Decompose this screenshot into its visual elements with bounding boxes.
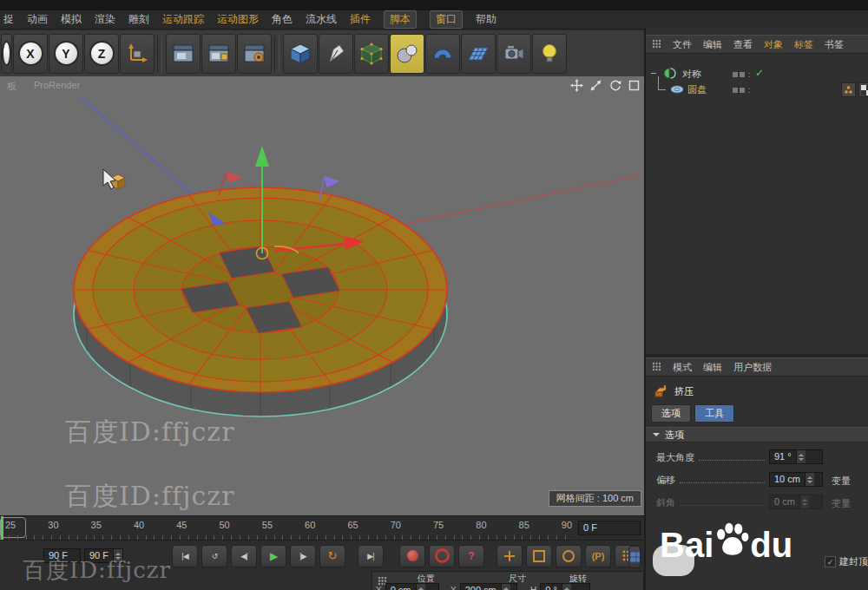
deformer-button[interactable] xyxy=(425,34,460,74)
camera-icon xyxy=(502,42,526,65)
pen-spline-button[interactable] xyxy=(319,34,353,74)
record-scale-button[interactable] xyxy=(526,545,552,567)
tree-expander[interactable] xyxy=(651,73,656,74)
current-frame-value[interactable]: 0 F xyxy=(579,521,602,534)
am-grid-icon[interactable] xyxy=(652,362,661,373)
step-backward-button[interactable]: ◀| xyxy=(231,545,257,567)
toolbar-separator xyxy=(157,36,162,72)
menu-item-animation[interactable]: 动画 xyxy=(27,12,48,27)
viewport-menu-panel[interactable]: 板 xyxy=(7,80,16,93)
play-forward-button[interactable]: ▶ xyxy=(260,545,286,567)
menu-item-simulate[interactable]: 模拟 xyxy=(61,12,82,27)
autokeying-button[interactable] xyxy=(429,545,455,567)
render-view-button[interactable] xyxy=(166,34,201,74)
offset-field[interactable]: 10 cm xyxy=(769,472,823,487)
edit-render-settings-button[interactable] xyxy=(237,34,272,74)
tab-tool[interactable]: 工具 xyxy=(694,404,734,423)
goto-start-button[interactable]: |◀ xyxy=(172,545,198,567)
am-menu-mode[interactable]: 模式 xyxy=(673,361,692,374)
om-menu-view[interactable]: 查看 xyxy=(733,38,753,51)
lock-y-axis-button[interactable]: Y xyxy=(49,34,83,74)
object-name[interactable]: 圆盘 xyxy=(687,83,707,96)
create-caps-row[interactable]: ✓ 建封顶 xyxy=(825,555,868,568)
enabled-check-icon[interactable]: ✓ xyxy=(755,67,764,79)
menu-item-character[interactable]: 角色 xyxy=(272,12,293,27)
rotate-icon[interactable] xyxy=(608,79,621,92)
light-button[interactable] xyxy=(532,34,567,74)
menu-item-window[interactable]: 窗口 xyxy=(430,10,463,29)
object-row-disc[interactable]: 圆盘 : xyxy=(646,82,868,97)
main-toolbar: X Y Z xyxy=(0,30,644,76)
options-section-header[interactable]: 选项 xyxy=(646,427,868,442)
maximize-icon[interactable] xyxy=(628,79,641,92)
loop-button[interactable]: ↻ xyxy=(319,545,345,567)
edit-mesh-cube-button[interactable] xyxy=(354,34,389,74)
current-frame-field[interactable]: 0 F xyxy=(578,519,641,535)
om-menu-edit[interactable]: 编辑 xyxy=(703,38,722,51)
menu-item-render[interactable]: 渲染 xyxy=(95,12,115,27)
step-forward-button[interactable]: |▶ xyxy=(290,545,316,567)
create-caps-label: 建封顶 xyxy=(839,555,868,568)
array-grid-button[interactable] xyxy=(461,34,496,74)
viewport-menu-prorender[interactable]: ProRender xyxy=(34,80,80,93)
polygon-selection-tag-icon[interactable] xyxy=(841,82,856,97)
rotation-h-field[interactable]: H 0 ° xyxy=(530,583,590,590)
pan-icon[interactable] xyxy=(570,79,583,92)
menu-item-script[interactable]: 脚本 xyxy=(384,10,417,29)
object-row-symmetry[interactable]: 对称 : ✓ xyxy=(646,66,868,82)
disc-object-icon xyxy=(670,82,684,97)
texture-tag-icon[interactable] xyxy=(858,82,868,97)
modeling-tool-active-button[interactable] xyxy=(390,34,424,74)
keyframe-selection-button[interactable]: ? xyxy=(458,545,484,567)
create-caps-checkbox[interactable]: ✓ xyxy=(825,556,836,567)
menu-item-sculpt[interactable]: 雕刻 xyxy=(128,12,149,27)
record-position-button[interactable] xyxy=(496,545,523,567)
end-frame-field[interactable]: 90 F xyxy=(43,548,81,563)
om-menu-file[interactable]: 文件 xyxy=(673,38,692,51)
toolbar-partial-icon[interactable] xyxy=(1,34,12,74)
om-menu-tags[interactable]: 标签 xyxy=(794,38,813,51)
zoom-icon[interactable] xyxy=(589,79,602,92)
bevel-field[interactable]: 0 cm xyxy=(769,495,823,509)
visibility-dots[interactable]: : xyxy=(733,86,751,95)
record-keyframe-button[interactable] xyxy=(399,545,425,567)
am-menu-edit[interactable]: 编辑 xyxy=(703,361,722,374)
lock-x-axis-button[interactable]: X xyxy=(13,34,48,74)
object-manager-menubar: 文件 编辑 查看 对象 标签 书签 xyxy=(646,35,868,54)
camera-button[interactable] xyxy=(496,34,531,74)
menu-item-help[interactable]: 帮助 xyxy=(476,12,496,27)
max-angle-field[interactable]: 91 ° xyxy=(769,449,823,464)
viewport[interactable]: 板 ProRender 网格间距 : 100 cm xyxy=(0,76,644,515)
om-menu-objects[interactable]: 对象 xyxy=(764,38,783,51)
coordinates-panel: 位置 尺寸 旋转 X 0 cm X 200 cm H 0 ° xyxy=(372,571,644,590)
tab-options[interactable]: 选项 xyxy=(651,404,691,423)
menu-item-mograph[interactable]: 运动图形 xyxy=(217,12,259,27)
goto-end-button[interactable]: ▶| xyxy=(358,545,384,567)
size-x-field[interactable]: X 200 cm xyxy=(450,583,517,590)
partial-blue-button[interactable] xyxy=(628,546,641,568)
menu-item-pipeline[interactable]: 流水线 xyxy=(306,12,337,27)
am-menu-userdata[interactable]: 用户数据 xyxy=(733,361,772,374)
object-name[interactable]: 对称 xyxy=(682,68,701,81)
record-parameter-button[interactable]: (P) xyxy=(585,545,611,567)
add-cube-primitive-button[interactable] xyxy=(283,34,318,74)
menu-item-plugins[interactable]: 插件 xyxy=(350,12,371,27)
timeline-tick: 65 xyxy=(347,520,390,530)
collapse-caret-icon xyxy=(653,433,660,440)
visibility-dots[interactable]: : xyxy=(733,70,751,79)
record-rotation-button[interactable] xyxy=(556,545,582,567)
partial-grid-icon xyxy=(629,551,640,563)
om-grid-icon[interactable] xyxy=(652,39,661,50)
play-backward-button[interactable]: ↺ xyxy=(201,545,227,567)
menu-item-motion-tracker[interactable]: 运动跟踪 xyxy=(162,12,204,27)
lock-z-axis-button[interactable]: Z xyxy=(84,34,119,74)
coordinate-system-button[interactable] xyxy=(120,34,155,74)
om-menu-bookmarks[interactable]: 书签 xyxy=(825,38,844,51)
render-to-picture-viewer-button[interactable] xyxy=(201,34,236,74)
timeline-tick: 30 xyxy=(48,520,90,530)
menu-item-snap[interactable]: 捉 xyxy=(3,12,14,27)
variance-label: 变量 xyxy=(832,475,851,488)
end-frame-field-2[interactable]: 90 F xyxy=(84,548,123,563)
position-x-field[interactable]: X 0 cm xyxy=(376,583,439,590)
timeline-ruler[interactable]: 25 30 35 40 45 50 55 60 65 70 75 80 85 9… xyxy=(0,515,644,540)
